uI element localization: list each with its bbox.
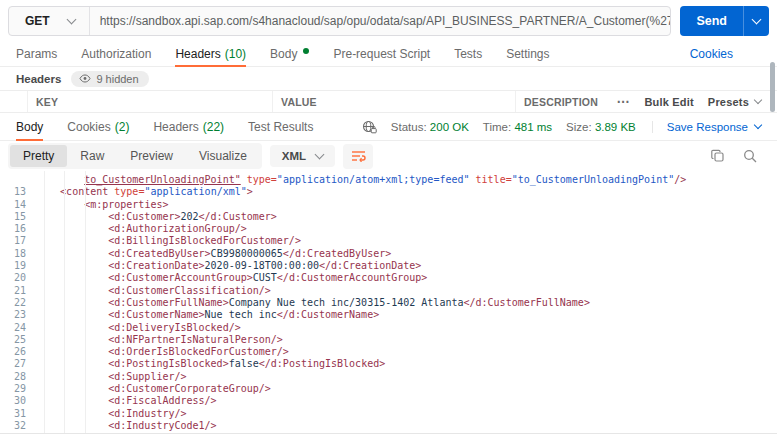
tab-authorization[interactable]: Authorization	[81, 41, 151, 66]
line-number: 18	[0, 248, 26, 260]
column-description: DESCRIPTION	[516, 91, 604, 112]
send-options-button[interactable]	[743, 6, 769, 36]
tab-label: Body	[16, 120, 43, 134]
save-response-button[interactable]: Save Response	[652, 121, 761, 133]
code-text: <d:DeliveryIsBlocked/>	[26, 322, 241, 334]
view-visualize[interactable]: Visualize	[186, 145, 260, 167]
code-line: to_CustomerUnloadingPoint" type="applica…	[0, 174, 777, 186]
line-number: 16	[0, 223, 26, 235]
line-number: 31	[0, 408, 26, 420]
code-line: 15 <d:Customer>202</d:Customer>	[0, 211, 777, 223]
send-button[interactable]: Send	[680, 6, 743, 36]
line-number: 21	[0, 285, 26, 297]
wrap-lines-button[interactable]	[343, 144, 373, 169]
code-line: 16 <d:AuthorizationGroup/>	[0, 223, 777, 235]
code-line: 19 <d:CreationDate>2020-09-18T00:00:00</…	[0, 260, 777, 272]
language-dropdown[interactable]: XML	[270, 145, 335, 167]
line-number: 29	[0, 383, 26, 395]
tab-body[interactable]: Body	[270, 41, 309, 66]
line-number: 17	[0, 235, 26, 247]
code-line: 24 <d:DeliveryIsBlocked/>	[0, 322, 777, 334]
tab-params[interactable]: Params	[16, 41, 57, 66]
tab-count: (22)	[203, 120, 224, 134]
row-select-column[interactable]	[0, 91, 28, 112]
code-text: <d:OrderIsBlockedForCustomer/>	[26, 346, 289, 358]
cookies-link[interactable]: Cookies	[690, 47, 733, 61]
url-input[interactable]: https://sandbox.api.sap.com/s4hanacloud/…	[90, 7, 671, 35]
presets-dropdown[interactable]: Presets	[708, 96, 761, 108]
code-text: <d:PostingIsBlocked>false</d:PostingIsBl…	[26, 358, 385, 370]
column-value: VALUE	[273, 91, 516, 112]
response-actions	[711, 149, 767, 163]
green-dot-icon	[303, 48, 309, 54]
response-meta: Status: 200 OK Time: 481 ms Size: 3.89 K…	[362, 120, 761, 134]
table-tools: ⋯ Bulk Edit Presets	[616, 95, 777, 108]
tab-settings[interactable]: Settings	[506, 41, 549, 66]
code-text: <d:FiscalAddress/>	[26, 395, 217, 407]
response-body-code[interactable]: to_CustomerUnloadingPoint" type="applica…	[0, 171, 777, 434]
tab-label: Cookies	[67, 120, 110, 134]
size-badge: Size: 3.89 KB	[566, 121, 636, 133]
tab-tests[interactable]: Tests	[454, 41, 482, 66]
code-text: <d:CustomerFullName>Company Nue tech inc…	[26, 297, 590, 309]
headers-table-head: KEY VALUE DESCRIPTION ⋯ Bulk Edit Preset…	[0, 90, 777, 113]
request-url-bar: GET https://sandbox.api.sap.com/s4hanacl…	[0, 0, 777, 41]
presets-label: Presets	[708, 96, 749, 108]
response-view-toolbar: PrettyRawPreviewVisualize XML	[0, 141, 777, 171]
code-line: 28 <d:Supplier/>	[0, 371, 777, 383]
line-number: 32	[0, 420, 26, 432]
code-text: <d:CustomerCorporateGroup/>	[26, 383, 271, 395]
code-text: <d:CustomerAccountGroup>CUST</d:Customer…	[26, 272, 427, 284]
line-number	[0, 174, 26, 186]
copy-icon	[711, 149, 725, 163]
code-line: 18 <d:CreatedByUser>CB9980000065</d:Crea…	[0, 248, 777, 260]
hidden-headers-label: 9 hidden	[96, 73, 138, 85]
copy-button[interactable]	[711, 149, 725, 163]
code-text: <d:CustomerName>Nue tech inc</d:Customer…	[26, 309, 379, 321]
search-icon	[743, 149, 757, 163]
vertical-scrollbar[interactable]	[770, 62, 775, 112]
chevron-down-icon	[754, 121, 762, 129]
tab-label: Settings	[506, 47, 549, 61]
line-number: 20	[0, 272, 26, 284]
code-line: 25 <d:NFPartnerIsNaturalPerson/>	[0, 334, 777, 346]
code-text: <m:properties>	[26, 199, 168, 211]
line-number: 14	[0, 199, 26, 211]
code-text: <d:BillingIsBlockedForCustomer/>	[26, 235, 301, 247]
code-text: <d:CreatedByUser>CB9980000065</d:Created…	[26, 248, 391, 260]
code-line: 23 <d:CustomerName>Nue tech inc</d:Custo…	[0, 309, 777, 321]
url-box: GET https://sandbox.api.sap.com/s4hanacl…	[8, 6, 671, 36]
line-number: 15	[0, 211, 26, 223]
code-line: 13 <content type="application/xml">	[0, 186, 777, 198]
bulk-edit-button[interactable]: Bulk Edit	[644, 96, 693, 108]
indent-guide	[85, 171, 86, 433]
code-line: 32 <d:IndustryCode1/>	[0, 420, 777, 432]
line-number: 13	[0, 186, 26, 198]
line-number: 27	[0, 358, 26, 370]
tab-count: (10)	[225, 47, 246, 61]
send-button-group: Send	[680, 6, 769, 36]
response-tab-cookies[interactable]: Cookies(2)	[67, 113, 129, 140]
code-line: 14 <m:properties>	[0, 199, 777, 211]
tab-label: Params	[16, 47, 57, 61]
tab-label: Authorization	[81, 47, 151, 61]
network-globe-icon	[362, 120, 377, 134]
code-line: 29 <d:CustomerCorporateGroup/>	[0, 383, 777, 395]
response-tab-headers[interactable]: Headers(22)	[153, 113, 224, 140]
view-pretty[interactable]: Pretty	[10, 145, 67, 167]
tab-label: Tests	[454, 47, 482, 61]
more-options-icon[interactable]: ⋯	[616, 95, 630, 108]
response-tab-body[interactable]: Body	[16, 113, 43, 140]
code-text: <d:Supplier/>	[26, 371, 187, 383]
hidden-headers-toggle[interactable]: 9 hidden	[71, 71, 148, 87]
response-tab-test-results[interactable]: Test Results	[248, 113, 313, 140]
search-button[interactable]	[743, 149, 757, 163]
headers-title: Headers	[16, 73, 61, 85]
tab-headers[interactable]: Headers(10)	[175, 41, 246, 66]
method-selector[interactable]: GET	[9, 7, 90, 35]
view-preview[interactable]: Preview	[117, 145, 186, 167]
code-line: 26 <d:OrderIsBlockedForCustomer/>	[0, 346, 777, 358]
tab-pre-request-script[interactable]: Pre-request Script	[333, 41, 430, 66]
line-number: 23	[0, 309, 26, 321]
view-raw[interactable]: Raw	[67, 145, 117, 167]
